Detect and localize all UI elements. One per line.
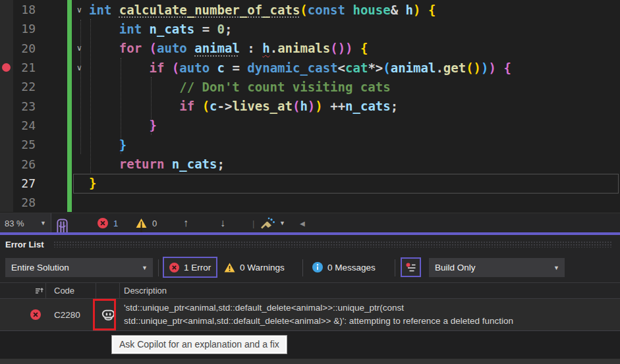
description-column-header[interactable]: Description — [120, 283, 620, 298]
line-number[interactable]: 23 — [13, 99, 36, 113]
scope-filter-dropdown[interactable]: Entire Solution ▼ — [5, 258, 153, 277]
messages-toggle-button[interactable]: 0 Messages — [307, 257, 381, 278]
indent-guide — [90, 19, 91, 173]
warning-icon — [224, 263, 235, 273]
messages-toggle-label: 0 Messages — [327, 263, 376, 273]
fold-guide — [80, 20, 81, 154]
error-table-row[interactable]: C2280'std::unique_ptr<animal,std::defaul… — [0, 299, 620, 331]
code-text[interactable]: if (c->lives_at(h)) ++n_cats; — [89, 99, 398, 113]
breakpoint-gutter-cell[interactable] — [0, 0, 13, 19]
code-editor[interactable]: 18∨int calculate_number_of_cats(const ho… — [0, 0, 620, 213]
breakpoint-icon[interactable] — [2, 63, 11, 72]
warnings-toggle-button[interactable]: 0 Warnings — [219, 257, 290, 278]
code-text[interactable]: } — [89, 118, 157, 132]
flag-cell — [0, 299, 25, 330]
copilot-suggestion-cell[interactable] — [96, 299, 120, 330]
error-icon — [30, 309, 41, 320]
code-line[interactable]: 18∨int calculate_number_of_cats(const ho… — [0, 0, 620, 19]
code-text[interactable]: int calculate_number_of_cats(const house… — [89, 3, 436, 17]
error-table-header: Code Description — [0, 282, 620, 299]
info-icon — [312, 262, 323, 273]
breakpoint-gutter-cell[interactable] — [0, 193, 13, 212]
breakpoint-gutter-cell[interactable] — [0, 174, 13, 193]
change-tracking-bar — [67, 77, 72, 96]
indent-guide — [121, 58, 121, 154]
code-column-header[interactable]: Code — [46, 283, 96, 298]
line-number[interactable]: 20 — [13, 41, 36, 55]
scroll-left-icon[interactable]: ◀ — [300, 213, 305, 233]
code-line[interactable]: 28 — [0, 193, 620, 212]
line-number[interactable]: 22 — [13, 80, 36, 93]
code-text[interactable]: for (auto animal : h.animals()) { — [89, 41, 368, 55]
panel-bottom-edge — [0, 359, 620, 364]
line-number[interactable]: 26 — [13, 157, 36, 171]
breakpoint-gutter-cell[interactable] — [0, 154, 13, 173]
code-text[interactable]: // Don't count visiting cats — [89, 80, 391, 94]
change-tracking-bar — [67, 19, 72, 38]
code-text[interactable]: if (auto c = dynamic_cast<cat*>(animal.g… — [89, 61, 511, 75]
error-description[interactable]: 'std::unique_ptr<animal,std::default_del… — [120, 299, 620, 330]
line-number[interactable]: 19 — [13, 22, 36, 36]
indent-guide — [151, 77, 152, 135]
navigate-down-icon[interactable]: ↓ — [220, 213, 225, 233]
warnings-toggle-label: 0 Warnings — [240, 263, 285, 273]
code-line[interactable]: 19 int n_cats = 0; — [0, 19, 620, 38]
current-line-highlight — [73, 174, 619, 194]
issue-filter-icon — [405, 262, 416, 273]
change-tracking-bar — [67, 39, 72, 58]
code-line[interactable]: 23 if (c->lives_at(h)) ++n_cats; — [0, 96, 620, 115]
error-count: 1 — [113, 213, 118, 233]
breakpoint-gutter-cell[interactable] — [0, 39, 13, 58]
navigate-up-icon[interactable]: ↑ — [183, 213, 188, 233]
line-number[interactable]: 24 — [13, 118, 36, 132]
filter-issues-button[interactable] — [401, 257, 421, 277]
error-list-panel: Error List Entire Solution ▼ 1 Error 0 W… — [0, 235, 620, 364]
titlebar-drag-area[interactable] — [53, 241, 612, 247]
breakpoint-gutter-cell[interactable] — [0, 19, 13, 38]
zoom-selector[interactable]: 83 % ▼ — [0, 213, 51, 233]
breakpoint-gutter-cell[interactable] — [0, 96, 13, 115]
breakpoint-gutter-cell[interactable] — [0, 77, 13, 96]
line-number[interactable]: 28 — [13, 195, 36, 209]
code-line[interactable]: 20∨ for (auto animal : h.animals()) { — [0, 39, 620, 58]
error-list-titlebar[interactable]: Error List — [0, 235, 620, 253]
flag-column-header[interactable] — [0, 283, 25, 298]
build-filter-value: Build Only — [429, 263, 476, 273]
change-tracking-bar — [67, 174, 72, 193]
breakpoint-gutter-cell[interactable] — [0, 135, 13, 154]
chevron-down-icon[interactable]: ▼ — [279, 213, 285, 233]
error-icon — [169, 263, 179, 273]
change-tracking-bar — [67, 96, 72, 115]
zoom-level: 83 % — [5, 213, 24, 233]
chevron-down-icon: ▼ — [40, 213, 46, 233]
highlight-annotation-box — [93, 299, 116, 330]
line-number[interactable]: 25 — [13, 138, 36, 151]
copilot-tooltip: Ask Copilot for an explanation and a fix — [112, 336, 287, 353]
vs-window: 18∨int calculate_number_of_cats(const ho… — [0, 0, 620, 364]
code-line[interactable]: 21∨ if (auto c = dynamic_cast<cat*>(anim… — [0, 58, 620, 77]
code-line[interactable]: 22 // Don't count visiting cats — [0, 77, 620, 96]
code-text[interactable]: return n_cats; — [89, 157, 225, 171]
suggestion-column-header[interactable] — [96, 283, 120, 298]
line-number[interactable]: 18 — [13, 3, 36, 16]
change-tracking-bar — [67, 135, 72, 154]
code-text[interactable]: int n_cats = 0; — [89, 22, 232, 36]
divider: | — [252, 213, 254, 233]
errors-toggle-button[interactable]: 1 Error — [163, 257, 217, 278]
severity-column-header[interactable] — [25, 283, 46, 298]
line-number[interactable]: 21 — [13, 61, 36, 74]
build-filter-dropdown[interactable]: Build Only ▼ — [429, 258, 565, 277]
code-line[interactable]: 25 } — [0, 135, 620, 154]
change-tracking-bar — [67, 193, 72, 212]
breakpoint-gutter-cell[interactable] — [0, 58, 13, 77]
error-code[interactable]: C2280 — [46, 299, 96, 330]
sort-severity-icon — [35, 286, 43, 295]
error-list-toolbar: Entire Solution ▼ 1 Error 0 Warnings 0 M… — [0, 253, 620, 282]
code-line[interactable]: 26 return n_cats; — [0, 154, 620, 173]
line-number[interactable]: 27 — [13, 176, 36, 190]
breakpoint-gutter-cell[interactable] — [0, 116, 13, 135]
chevron-down-icon: ▼ — [142, 265, 148, 271]
fold-arrow-icon[interactable]: ∨ — [72, 5, 89, 14]
code-line[interactable]: 24 } — [0, 116, 620, 135]
change-tracking-bar — [67, 0, 72, 19]
